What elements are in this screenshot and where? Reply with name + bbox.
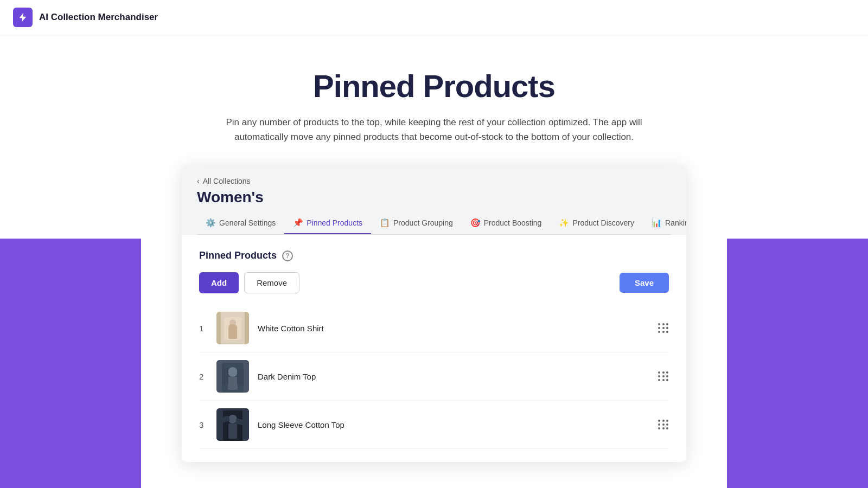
tab-product-boosting-label: Product Boosting [484, 219, 542, 227]
collection-title: Women's [197, 189, 671, 206]
boosting-icon: 🎯 [470, 218, 481, 228]
purple-right-panel [727, 239, 868, 488]
product-image [216, 312, 249, 344]
action-left: Add Remove [199, 272, 299, 293]
drag-dot [658, 420, 660, 422]
discovery-icon: ✨ [559, 218, 569, 228]
drag-dot [662, 331, 665, 333]
table-row: 1 White Cotton Shirt [199, 304, 669, 352]
drag-dot [666, 331, 668, 333]
drag-dot [662, 327, 665, 329]
shirt-image-svg [216, 312, 249, 344]
drag-dot [666, 379, 668, 381]
tab-general-settings[interactable]: ⚙️ General Settings [197, 214, 284, 234]
product-number: 1 [199, 324, 216, 333]
save-button[interactable]: Save [620, 273, 669, 293]
product-number: 3 [199, 420, 216, 429]
drag-handle[interactable] [658, 371, 669, 381]
drag-dot [662, 427, 665, 429]
tab-pinned-products-label: Pinned Products [307, 219, 362, 227]
svg-rect-11 [237, 368, 244, 384]
drag-dot [666, 371, 668, 374]
gear-icon: ⚙️ [206, 218, 216, 228]
pin-icon: 📌 [293, 218, 303, 228]
breadcrumb-link[interactable]: All Collections [203, 177, 251, 185]
top-nav: AI Collection Merchandiser [0, 0, 868, 35]
hero-section: Pinned Products Pin any number of produc… [0, 35, 868, 166]
drag-dot [658, 423, 660, 426]
drag-dot [662, 423, 665, 426]
tab-ranking-data-label: Ranking Data [665, 219, 686, 227]
product-name: Long Sleeve Cotton Top [258, 420, 658, 429]
tab-general-settings-label: General Settings [219, 219, 276, 227]
svg-rect-9 [228, 377, 238, 390]
drag-dot [666, 427, 668, 429]
tab-product-boosting[interactable]: 🎯 Product Boosting [462, 214, 551, 234]
app-window-wrapper: ‹ All Collections Women's ⚙️ General Set… [182, 166, 686, 462]
drag-dot [666, 423, 668, 426]
drag-dot [662, 375, 665, 377]
sleeve-image-svg [216, 408, 249, 441]
app-window: ‹ All Collections Women's ⚙️ General Set… [182, 166, 686, 462]
drag-dot [662, 420, 665, 422]
drag-dot [658, 375, 660, 377]
drag-dot [658, 427, 660, 429]
panel-header: Pinned Products ? [199, 250, 669, 261]
drag-dot [662, 379, 665, 381]
product-name: White Cotton Shirt [258, 324, 658, 333]
app-title: AI Collection Merchandiser [39, 12, 158, 23]
breadcrumb[interactable]: ‹ All Collections [197, 177, 671, 185]
add-button[interactable]: Add [199, 272, 239, 293]
denim-image-svg [216, 360, 249, 393]
tab-bar: ⚙️ General Settings 📌 Pinned Products 📋 … [197, 214, 671, 235]
svg-rect-5 [228, 327, 237, 339]
tab-product-grouping-label: Product Grouping [393, 219, 453, 227]
tab-product-discovery-label: Product Discovery [572, 219, 634, 227]
tab-ranking-data[interactable]: 📊 Ranking Data [643, 214, 686, 234]
tab-product-grouping[interactable]: 📋 Product Grouping [371, 214, 462, 234]
drag-dot [666, 327, 668, 329]
drag-dot [662, 323, 665, 325]
svg-point-8 [228, 367, 238, 377]
grouping-icon: 📋 [380, 218, 390, 228]
drag-handle[interactable] [658, 420, 669, 429]
app-logo [13, 8, 33, 27]
drag-handle[interactable] [658, 323, 669, 333]
svg-rect-10 [222, 368, 228, 384]
drag-dot [662, 371, 665, 374]
ranking-icon: 📊 [652, 218, 662, 228]
hero-title: Pinned Products [13, 68, 855, 104]
table-row: 2 Dark Denim Top [199, 352, 669, 401]
tab-pinned-products[interactable]: 📌 Pinned Products [284, 214, 371, 234]
product-image [216, 360, 249, 393]
product-image [216, 408, 249, 441]
bolt-icon [17, 12, 28, 23]
drag-dot [658, 331, 660, 333]
table-row: 3 Long Sleeve Cotton Top [199, 401, 669, 449]
product-name: Dark Denim Top [258, 372, 658, 381]
purple-left-panel [0, 239, 141, 488]
drag-dot [658, 323, 660, 325]
drag-dot [658, 371, 660, 374]
drag-dot [666, 420, 668, 422]
svg-rect-15 [228, 423, 237, 439]
product-list: 1 White Cotton Shirt [199, 304, 669, 449]
drag-dot [666, 323, 668, 325]
drag-dot [666, 375, 668, 377]
window-header: ‹ All Collections Women's ⚙️ General Set… [182, 166, 686, 235]
drag-dot [658, 379, 660, 381]
drag-dot [658, 327, 660, 329]
remove-button[interactable]: Remove [244, 272, 299, 293]
panel-title: Pinned Products [199, 250, 277, 261]
info-icon[interactable]: ? [282, 251, 293, 261]
action-bar: Add Remove Save [199, 272, 669, 293]
tab-product-discovery[interactable]: ✨ Product Discovery [550, 214, 643, 234]
hero-description: Pin any number of products to the top, w… [222, 115, 646, 144]
panel-content: Pinned Products ? Add Remove Save 1 [182, 235, 686, 462]
product-number: 2 [199, 372, 216, 381]
breadcrumb-chevron-icon: ‹ [197, 177, 200, 185]
